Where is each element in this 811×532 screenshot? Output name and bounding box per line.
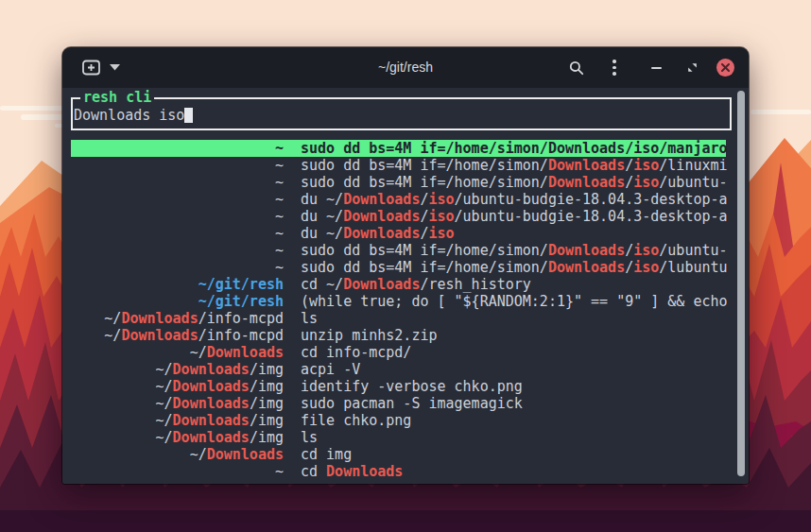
text-segment: Downloads (548, 242, 625, 259)
history-row[interactable]: ~/Downloads/imgfile chko.png (71, 412, 749, 429)
text-segment: sudo dd bs=4M if=/home/simon/Downloads/i… (301, 140, 728, 157)
column-gap (284, 327, 301, 344)
history-row[interactable]: ~du ~/Downloads/iso/ubuntu-budgie-18.04.… (71, 208, 749, 225)
history-row[interactable]: ~/Downloadscd info-mcpd/ (71, 344, 749, 361)
text-segment: Downloads (548, 259, 625, 276)
text-segment: Downloads (326, 463, 403, 480)
history-row[interactable]: ~sudo dd bs=4M if=/home/simon/Downloads/… (71, 242, 749, 259)
text-segment: /img (250, 378, 284, 395)
row-command: unzip minhs2.zip (301, 327, 438, 344)
history-row[interactable]: ~/Downloads/info-mcpdls (71, 310, 749, 327)
row-location: ~/Downloads/img (71, 361, 284, 378)
search-query-text: Downloads iso (74, 107, 184, 124)
row-location: ~ (71, 191, 284, 208)
history-row[interactable]: ~/git/reshcd ~/Downloads/resh_history (71, 276, 749, 293)
history-row[interactable]: ~du ~/Downloads/iso (71, 225, 749, 242)
history-row[interactable]: ~du ~/Downloads/iso/ubuntu-budgie-18.04.… (71, 191, 749, 208)
text-segment: /img (250, 412, 284, 429)
text-segment: ~ (275, 208, 284, 225)
history-row[interactable]: ~sudo dd bs=4M if=/home/simon/Downloads/… (71, 259, 749, 276)
text-segment: Downloads (173, 429, 250, 446)
text-segment: ls (301, 310, 318, 327)
history-row[interactable]: ~sudo dd bs=4M if=/home/simon/Downloads/… (71, 157, 749, 174)
text-segment: sudo dd bs=4M if=/home/simon/ (301, 157, 548, 174)
column-gap (284, 446, 301, 463)
close-button[interactable] (715, 47, 735, 88)
column-gap (284, 276, 301, 293)
text-segment: unzip minhs2.zip (301, 327, 438, 344)
text-segment: ~/ (156, 378, 173, 395)
text-segment: Downloads (207, 344, 284, 361)
text-segment: /lubuntu (659, 259, 727, 276)
column-gap (284, 361, 301, 378)
row-command: acpi -V (301, 361, 360, 378)
history-row[interactable]: ~/Downloads/imgidentify -verbose chko.pn… (71, 378, 749, 395)
row-command: identify -verbose chko.png (301, 378, 523, 395)
row-location: ~/Downloads/img (71, 395, 284, 412)
row-command: sudo dd bs=4M if=/home/simon/Downloads/i… (301, 174, 728, 191)
text-segment: Downloads (548, 157, 625, 174)
row-location: ~/Downloads/img (71, 412, 284, 429)
row-command: sudo dd bs=4M if=/home/simon/Downloads/i… (301, 140, 728, 157)
column-gap (284, 429, 301, 446)
text-segment: sudo dd bs=4M if=/home/simon/ (301, 242, 548, 259)
text-segment: Downloads (173, 395, 250, 412)
minimize-button[interactable] (647, 47, 665, 88)
column-gap (284, 208, 301, 225)
text-segment: cd img (301, 446, 352, 463)
text-segment: /info-mcpd (198, 327, 284, 344)
row-command: cd Downloads (301, 463, 403, 480)
column-gap (284, 344, 301, 361)
restore-button[interactable] (682, 47, 701, 88)
text-segment: ~/ (104, 310, 121, 327)
history-row[interactable]: ~/Downloads/imgls (71, 429, 749, 446)
history-row[interactable]: ~/Downloads/imgsudo pacman -S imagemagic… (71, 395, 749, 412)
column-gap (284, 310, 301, 327)
history-row[interactable]: ~/Downloads/imgacpi -V (71, 361, 749, 378)
text-segment: /linuxmi (659, 157, 727, 174)
text-segment: sudo pacman -S imagemagick (301, 395, 523, 412)
scrollbar-thumb[interactable] (737, 91, 745, 476)
desktop: ~/git/resh (0, 0, 811, 532)
row-command: sudo dd bs=4M if=/home/simon/Downloads/i… (301, 242, 728, 259)
text-segment: Downloads (343, 225, 420, 242)
text-segment: ~ (275, 140, 284, 157)
history-row[interactable]: ~/Downloads/info-mcpdunzip minhs2.zip (71, 327, 749, 344)
row-command: du ~/Downloads/iso/ubuntu-budgie-18.04.3… (301, 208, 728, 225)
row-location: ~ (71, 225, 284, 242)
text-segment: file chko.png (301, 412, 411, 429)
resh-search-box[interactable]: resh cli Downloads iso (71, 97, 732, 130)
text-segment: ~/ (190, 446, 207, 463)
minimize-icon (651, 67, 662, 69)
row-command: cd ~/Downloads/resh_history (301, 276, 531, 293)
history-row[interactable]: ~/git/resh(while true; do [ "${RANDOM:2:… (71, 293, 749, 310)
search-button[interactable] (565, 47, 588, 88)
menu-button[interactable] (605, 47, 624, 88)
text-segment: du ~/ (301, 191, 343, 208)
text-segment: / (625, 242, 633, 259)
column-gap (284, 378, 301, 395)
column-gap (284, 293, 301, 310)
row-command: ls (301, 429, 318, 446)
terminal-window: ~/git/resh (62, 47, 749, 484)
row-command: cd info-mcpd/ (301, 344, 411, 361)
history-row[interactable]: ~sudo dd bs=4M if=/home/simon/Downloads/… (71, 174, 749, 191)
text-segment: / (625, 259, 633, 276)
column-gap (284, 259, 301, 276)
text-segment: cd ~/ (301, 276, 343, 293)
history-row[interactable]: ~/Downloadscd img (71, 446, 749, 463)
search-query[interactable]: Downloads iso (74, 107, 193, 124)
history-row[interactable]: ~cd Downloads (71, 463, 749, 480)
text-segment: iso (428, 225, 454, 242)
row-location: ~/git/resh (71, 293, 284, 310)
row-command: sudo pacman -S imagemagick (301, 395, 523, 412)
text-segment: du ~/ (301, 208, 343, 225)
text-segment: (while true; do [ "${RANDOM:2:1}" == "9"… (301, 293, 728, 310)
text-segment: / (625, 174, 633, 191)
titlebar[interactable]: ~/git/resh (62, 47, 749, 88)
row-command: (while true; do [ "${RANDOM:2:1}" == "9"… (301, 293, 728, 310)
history-row-selected[interactable]: ~sudo dd bs=4M if=/home/simon/Downloads/… (71, 140, 726, 157)
text-segment: identify -verbose chko.png (301, 378, 523, 395)
text-segment: Downloads (548, 174, 625, 191)
search-box-label: resh cli (80, 90, 154, 106)
